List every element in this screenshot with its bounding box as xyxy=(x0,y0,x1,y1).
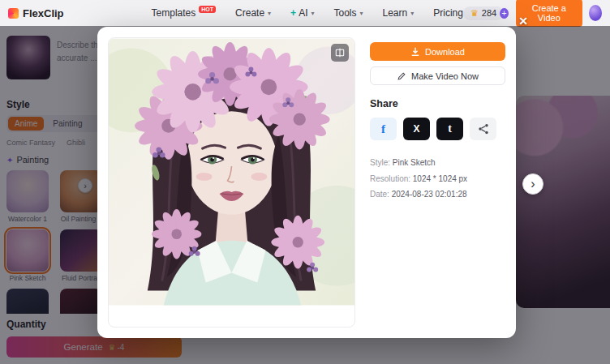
main-menu: Templates HOT Create ▾ + AI ▾ Tools ▾ Le… xyxy=(152,7,463,19)
close-modal-button[interactable]: ✕ xyxy=(516,14,531,28)
screen: FlexClip Templates HOT Create ▾ + AI ▾ T… xyxy=(0,0,610,364)
add-credits-button[interactable]: + xyxy=(499,7,509,19)
share-buttons-row: f X t xyxy=(370,118,505,140)
facebook-icon: f xyxy=(381,122,385,136)
chevron-down-icon: ▾ xyxy=(410,10,414,17)
menu-learn[interactable]: Learn ▾ xyxy=(383,7,415,19)
credits-count: 284 xyxy=(482,8,496,18)
x-icon: X xyxy=(413,123,419,135)
menu-create[interactable]: Create ▾ xyxy=(235,7,271,19)
download-label: Download xyxy=(425,47,465,57)
user-avatar[interactable] xyxy=(589,5,602,21)
credits-pill[interactable]: ♛ 284 xyxy=(463,6,504,20)
meta-date-value: 2024-08-23 02:01:28 xyxy=(392,190,467,199)
meta-style-value: Pink Sketch xyxy=(393,158,436,167)
chevron-down-icon: ▾ xyxy=(311,10,314,17)
hot-badge: HOT xyxy=(199,6,216,13)
menu-tools[interactable]: Tools ▾ xyxy=(333,7,363,19)
flexclip-logo-icon xyxy=(8,8,19,19)
share-x-button[interactable]: X xyxy=(403,118,430,140)
menu-tools-label: Tools xyxy=(333,7,356,19)
make-video-label: Make Video Now xyxy=(411,71,479,81)
share-tumblr-button[interactable]: t xyxy=(436,118,463,140)
preview-image-panel xyxy=(108,37,355,328)
modal-actions-column: Download Make Video Now Share f X t xyxy=(370,37,505,328)
meta-resolution-label: Resolution: xyxy=(370,174,410,183)
share-more-button[interactable] xyxy=(470,118,496,140)
next-image-button[interactable]: › xyxy=(522,173,543,195)
generated-portrait-image xyxy=(109,38,354,306)
menu-templates-label: Templates xyxy=(152,7,196,19)
menu-create-label: Create xyxy=(235,7,264,19)
chevron-down-icon: ▾ xyxy=(360,10,363,17)
menu-pricing[interactable]: Pricing xyxy=(433,7,463,19)
download-icon xyxy=(410,47,420,57)
make-video-button[interactable]: Make Video Now xyxy=(370,66,505,85)
menu-learn-label: Learn xyxy=(383,7,408,19)
crown-icon: ♛ xyxy=(470,8,479,19)
flexclip-logo-text: FlexClip xyxy=(23,7,64,19)
pencil-icon xyxy=(397,71,406,81)
share-heading: Share xyxy=(370,98,505,109)
navbar-right: ♛ 284 + Create a Video xyxy=(463,0,602,27)
image-metadata: Style: Pink Sketch Resolution: 1024 * 10… xyxy=(370,153,505,201)
menu-ai-label: AI xyxy=(299,7,307,19)
compare-before-after-icon xyxy=(335,48,345,58)
chevron-down-icon: ▾ xyxy=(268,10,271,17)
meta-date-row: Date: 2024-08-23 02:01:28 xyxy=(370,188,505,201)
meta-date-label: Date: xyxy=(370,190,389,199)
compare-button[interactable] xyxy=(331,44,349,62)
menu-ai[interactable]: + AI ▾ xyxy=(290,7,314,19)
meta-resolution-value: 1024 * 1024 px xyxy=(413,174,467,183)
meta-resolution-row: Resolution: 1024 * 1024 px xyxy=(370,173,505,186)
flexclip-logo[interactable]: FlexClip xyxy=(8,7,64,19)
meta-style-row: Style: Pink Sketch xyxy=(370,156,505,169)
share-facebook-button[interactable]: f xyxy=(370,118,397,140)
menu-pricing-label: Pricing xyxy=(433,7,463,19)
meta-style-label: Style: xyxy=(370,158,390,167)
tumblr-icon: t xyxy=(448,122,452,135)
ai-plus-icon: + xyxy=(290,7,296,19)
menu-templates[interactable]: Templates HOT xyxy=(152,7,216,19)
share-nodes-icon xyxy=(478,123,489,135)
download-button[interactable]: Download xyxy=(370,42,505,61)
image-preview-modal: Download Make Video Now Share f X t xyxy=(97,27,516,338)
